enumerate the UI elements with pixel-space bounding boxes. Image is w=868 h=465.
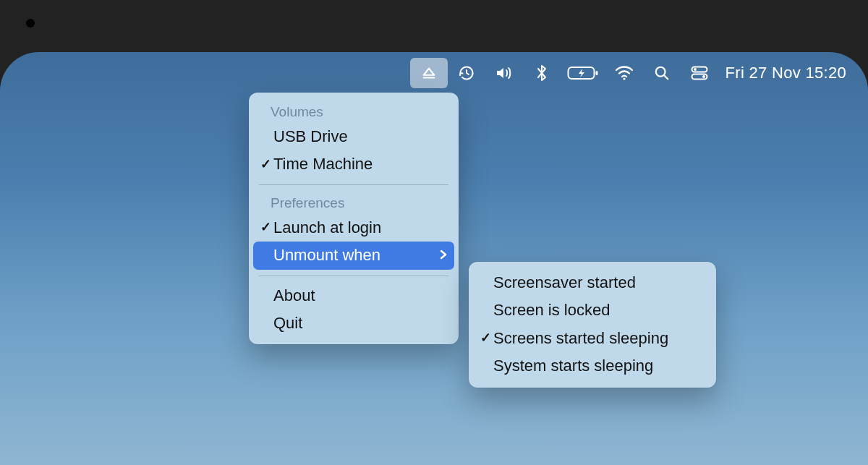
menu-item-about[interactable]: ✓ About xyxy=(249,282,459,310)
pref-item-unmount-when[interactable]: ✓ Unmount when xyxy=(253,242,454,269)
bluetooth-icon xyxy=(535,64,548,82)
volume-item-time-machine[interactable]: ✓ Time Machine xyxy=(249,150,459,178)
wifi-menu-extra[interactable] xyxy=(605,58,643,88)
unmount-when-submenu: ✓ Screensaver started ✓ Screen is locked… xyxy=(469,262,716,388)
menu-item-label: About xyxy=(273,286,447,305)
menu-item-label: Time Machine xyxy=(273,155,447,174)
spotlight-icon xyxy=(654,65,670,81)
menu-item-label: Screensaver started xyxy=(493,273,705,292)
submenu-item-screensaver-started[interactable]: ✓ Screensaver started xyxy=(469,269,716,297)
battery-menu-extra[interactable] xyxy=(561,58,605,88)
control-center-menu-extra[interactable] xyxy=(681,58,718,88)
spotlight-menu-extra[interactable] xyxy=(643,58,681,88)
svg-rect-2 xyxy=(595,71,597,75)
eject-menu-extra[interactable] xyxy=(410,58,448,88)
svg-line-5 xyxy=(664,75,668,79)
chevron-right-icon xyxy=(440,248,447,264)
submenu-item-system-sleeping[interactable]: ✓ System starts sleeping xyxy=(469,352,716,380)
time-machine-menu-extra[interactable] xyxy=(448,58,485,88)
battery-charging-icon xyxy=(567,65,599,81)
checkmark-icon: ✓ xyxy=(259,220,272,236)
device-frame: Fri 27 Nov 15:20 Volumes ✓ USB Drive ✓ T… xyxy=(0,0,868,465)
eject-icon xyxy=(421,65,437,81)
submenu-item-screen-locked[interactable]: ✓ Screen is locked xyxy=(469,297,716,324)
menu-item-label: Quit xyxy=(273,314,447,333)
submenu-item-screens-sleeping[interactable]: ✓ Screens started sleeping xyxy=(469,325,716,352)
volumes-section-label: Volumes xyxy=(249,100,459,123)
menu-separator xyxy=(259,276,448,276)
volume-menu-extra[interactable] xyxy=(485,58,523,88)
time-machine-icon xyxy=(458,64,475,82)
checkmark-icon: ✓ xyxy=(479,330,492,346)
bluetooth-menu-extra[interactable] xyxy=(523,58,561,88)
eject-dropdown-menu: Volumes ✓ USB Drive ✓ Time Machine Prefe… xyxy=(249,93,459,344)
menu-item-label: Screen is locked xyxy=(493,301,705,320)
svg-point-9 xyxy=(702,75,705,78)
menu-bar-clock[interactable]: Fri 27 Nov 15:20 xyxy=(718,64,852,82)
control-center-icon xyxy=(691,66,708,80)
menu-bar: Fri 27 Nov 15:20 xyxy=(410,58,852,88)
svg-point-3 xyxy=(623,77,625,80)
preferences-section-label: Preferences xyxy=(249,191,459,214)
menu-item-label: Launch at login xyxy=(273,218,447,237)
pref-item-launch-at-login[interactable]: ✓ Launch at login xyxy=(249,214,459,242)
menu-item-label: Unmount when xyxy=(273,246,434,265)
desktop-screen: Fri 27 Nov 15:20 Volumes ✓ USB Drive ✓ T… xyxy=(0,52,868,465)
menu-separator xyxy=(259,184,448,185)
menu-item-label: System starts sleeping xyxy=(493,357,705,375)
menu-item-quit[interactable]: ✓ Quit xyxy=(249,310,459,337)
menu-item-label: USB Drive xyxy=(273,127,447,146)
svg-point-7 xyxy=(694,68,697,71)
volume-icon xyxy=(495,64,514,82)
checkmark-icon: ✓ xyxy=(259,157,272,173)
camera-dot xyxy=(26,19,35,27)
menu-item-label: Screens started sleeping xyxy=(493,329,705,348)
volume-item-usb-drive[interactable]: ✓ USB Drive xyxy=(249,123,459,150)
wifi-icon xyxy=(615,65,634,81)
